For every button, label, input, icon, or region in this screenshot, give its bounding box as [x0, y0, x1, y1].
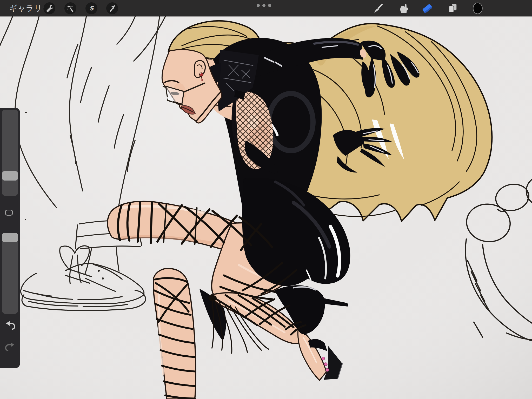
- drawing-canvas[interactable]: [0, 0, 532, 399]
- smudge-finger-icon: [398, 2, 409, 14]
- ellipsis-dot: [257, 4, 260, 7]
- ellipsis-dot: [268, 4, 271, 7]
- top-toolbar: ギャラリー S: [0, 0, 532, 16]
- opacity-slider[interactable]: [2, 233, 18, 314]
- color-swatch-button[interactable]: [472, 2, 484, 15]
- transform-arrow-icon: [108, 4, 117, 13]
- earring: [200, 73, 203, 76]
- layers-button[interactable]: [447, 2, 459, 15]
- opacity-slider-handle[interactable]: [2, 233, 18, 242]
- toenails: [322, 357, 325, 360]
- smudge-tool-button[interactable]: [397, 2, 409, 15]
- modify-button[interactable]: [5, 210, 13, 216]
- sidebar-toolbar: [0, 108, 20, 368]
- ellipsis-dot: [262, 4, 265, 7]
- brush-tool-button[interactable]: [372, 2, 384, 15]
- adjustments-button[interactable]: [64, 2, 76, 14]
- undo-button[interactable]: [3, 319, 17, 331]
- actions-button[interactable]: [43, 2, 55, 14]
- paintbrush-icon: [373, 2, 383, 14]
- selection-button[interactable]: S: [85, 2, 97, 14]
- selection-s-icon: S: [87, 4, 96, 13]
- magic-wand-icon: [66, 4, 75, 13]
- redo-arrow-icon: [3, 341, 17, 352]
- canvas-menu-ellipsis[interactable]: [257, 4, 275, 8]
- wrench-icon: [45, 4, 54, 13]
- eraser-icon: [422, 2, 433, 14]
- transform-button[interactable]: [106, 2, 118, 14]
- eraser-tool-button[interactable]: [421, 2, 433, 15]
- procreate-window: ギャラリー S: [0, 0, 532, 399]
- brush-size-slider[interactable]: [2, 110, 18, 196]
- layers-icon: [447, 2, 458, 14]
- svg-text:S: S: [89, 5, 94, 12]
- redo-button[interactable]: [3, 341, 17, 353]
- undo-arrow-icon: [3, 319, 17, 331]
- brush-size-slider-handle[interactable]: [2, 171, 18, 181]
- color-swatch: [472, 2, 483, 14]
